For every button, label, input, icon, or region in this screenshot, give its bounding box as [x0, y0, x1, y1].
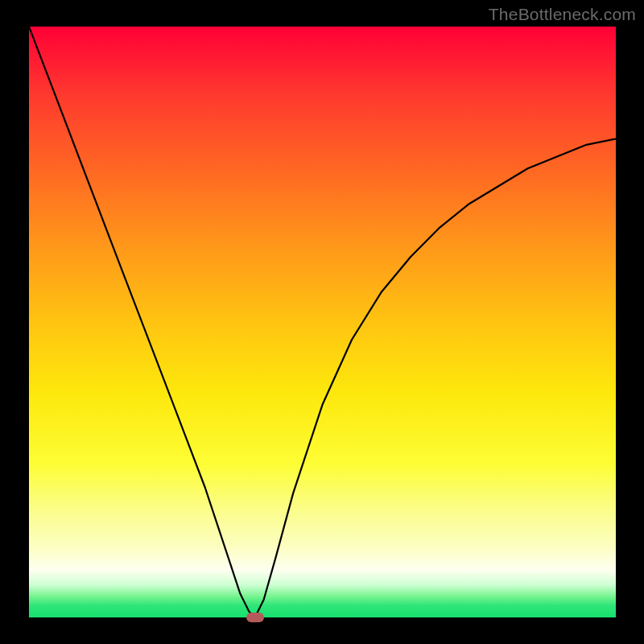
chart-frame: TheBottleneck.com — [0, 0, 644, 644]
watermark-text: TheBottleneck.com — [489, 5, 636, 24]
plot-area — [29, 27, 616, 617]
bottleneck-curve — [29, 27, 616, 617]
curve-path — [29, 27, 616, 617]
minimum-marker — [246, 613, 264, 622]
